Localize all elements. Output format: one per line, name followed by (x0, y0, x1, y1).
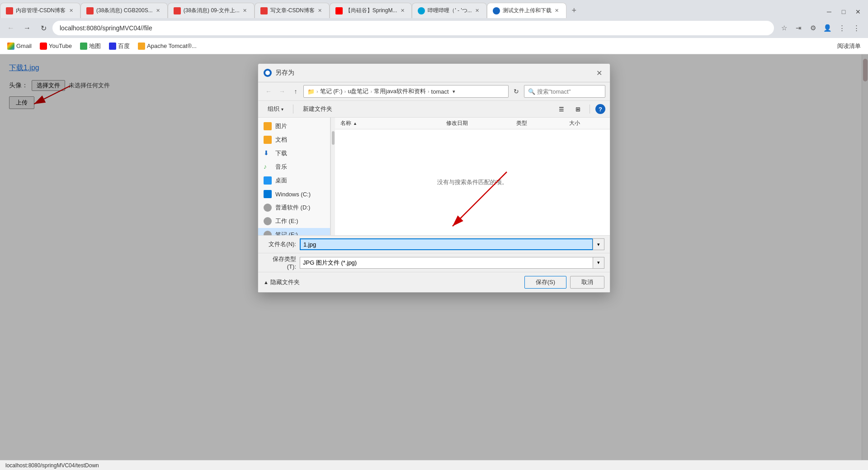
cancel-button[interactable]: 取消 (570, 276, 604, 289)
breadcrumb-2[interactable]: u盘笔记 (348, 87, 368, 95)
tab-close-7[interactable]: ✕ (553, 7, 561, 14)
tab-close-6[interactable]: ✕ (474, 7, 481, 14)
dialog-up-button[interactable]: ↑ (290, 85, 302, 97)
tab-favicon-6 (418, 7, 425, 14)
help-button[interactable]: ? (595, 104, 605, 114)
sidebar-item-drive-f[interactable]: 笔记 (F:) (258, 228, 330, 235)
dialog-close-button[interactable]: ✕ (594, 67, 604, 78)
tab-close-3[interactable]: ✕ (241, 7, 249, 14)
tab-favicon-7 (493, 7, 500, 14)
dialog-search[interactable]: 🔍 (524, 85, 605, 98)
tab-favicon-4 (260, 7, 268, 14)
dialog-main-area: 名称 ▲ 修改日期 类型 大小 (335, 118, 610, 235)
dialog-back-button[interactable]: ← (263, 85, 274, 97)
dialog-toolbar: 组织 ▾ 新建文件夹 ☰ ⊞ ? (258, 101, 610, 118)
minimize-button[interactable]: ─ (823, 5, 835, 18)
sidebar-item-downloads[interactable]: ⬇ 下载 (258, 147, 330, 160)
breadcrumb-3[interactable]: 常用java软件和资料 (374, 87, 426, 95)
bookmark-star-icon[interactable]: ☆ (778, 22, 790, 34)
sidebar-item-documents[interactable]: 文档 (258, 133, 330, 147)
search-input[interactable] (537, 88, 600, 95)
sidebar-item-drive-e[interactable]: 工作 (E:) (258, 214, 330, 228)
sidebar-music-label: 音乐 (275, 163, 287, 171)
windows-icon (264, 190, 272, 198)
status-bar: localhost:8080/springMVC04/testDown (0, 460, 868, 470)
bookmark-baidu-label: 百度 (118, 42, 130, 50)
bookmark-maps[interactable]: 地图 (76, 40, 104, 52)
bookmark-youtube[interactable]: YouTube (36, 41, 75, 52)
tab-favicon-2 (86, 7, 94, 14)
images-folder-icon (264, 122, 272, 130)
col-header-date[interactable]: 修改日期 (446, 119, 517, 127)
col-header-type[interactable]: 类型 (516, 119, 569, 127)
sidebar-item-images[interactable]: 图片 (258, 119, 330, 133)
breadcrumb-1[interactable]: 笔记 (F:) (320, 87, 343, 95)
send-tab-icon[interactable]: ⇥ (792, 22, 805, 34)
sidebar-scrollbar[interactable] (330, 118, 335, 235)
address-input[interactable]: localhost:8080/springMVC04//file (52, 21, 774, 35)
gmail-icon (7, 43, 14, 50)
new-tab-button[interactable]: + (566, 3, 582, 18)
maximize-button[interactable]: ✕ (852, 5, 864, 18)
tab-close-5[interactable]: ✕ (399, 7, 406, 14)
hide-folders-button[interactable]: ▲ 隐藏文件夹 (264, 278, 300, 286)
sidebar-item-drive-d[interactable]: 普通软件 (D:) (258, 201, 330, 214)
breadcrumb-dropdown[interactable]: ▾ (453, 89, 455, 95)
settings-icon[interactable]: ⚙ (807, 22, 819, 34)
view-options-button[interactable]: ⊞ (571, 103, 584, 115)
baidu-icon (109, 43, 116, 50)
bookmark-baidu[interactable]: 百度 (105, 40, 133, 52)
save-button[interactable]: 保存(S) (524, 276, 566, 289)
tab-3[interactable]: (38条消息) 09-文件上... ✕ (168, 3, 255, 18)
sidebar-item-desktop[interactable]: 桌面 (258, 174, 330, 187)
view-toggle-button[interactable]: ☰ (555, 103, 568, 115)
back-button[interactable]: ← (4, 21, 18, 35)
tab-6[interactable]: 哔哩哔哩（' - 'つ... ✕ (412, 3, 486, 18)
col-header-size[interactable]: 大小 (569, 119, 604, 127)
drive-e-icon (264, 217, 272, 225)
youtube-icon (40, 43, 47, 50)
page-content: 下载1.jpg 头像： 选择文件 未选择任何文件 上传 (0, 54, 868, 460)
tab-4[interactable]: 写文章-CSDN博客 ✕ (255, 3, 330, 18)
bookmark-tomcat[interactable]: Apache Tomcat®... (134, 41, 200, 52)
tab-label-1: 内容管理-CSDN博客 (16, 7, 66, 14)
filename-dropdown-button[interactable]: ▾ (593, 238, 604, 250)
sidebar-desktop-label: 桌面 (275, 176, 287, 185)
tab-7[interactable]: 测试文件上传和下载 ✕ (487, 3, 566, 18)
address-icons: ☆ ⇥ ⚙ 👤 ⋮ ⋮ (776, 22, 864, 34)
dialog-nav: ← → ↑ 📁 › 笔记 (F:) › u盘笔记 › 常用java软件和资料 ›… (258, 82, 610, 101)
reader-mode-button[interactable]: 阅读清单 (834, 40, 864, 52)
menu-icon[interactable]: ⋮ (850, 22, 863, 34)
extensions-icon[interactable]: ⋮ (835, 22, 848, 34)
organize-button[interactable]: 组织 ▾ (263, 103, 288, 115)
tab-close-2[interactable]: ✕ (155, 7, 162, 14)
savetype-dropdown-button[interactable]: ▾ (593, 257, 604, 269)
sidebar-item-music[interactable]: ♪ 音乐 (258, 160, 330, 174)
dialog-forward-button[interactable]: → (276, 85, 288, 97)
refresh-button[interactable]: ↻ (36, 21, 51, 35)
sidebar-documents-label: 文档 (275, 136, 287, 144)
filename-input[interactable] (300, 238, 593, 250)
dialog-refresh-button[interactable]: ↻ (510, 85, 522, 97)
tab-label-2: (38条消息) CGB200S... (96, 7, 153, 14)
filename-label: 文件名(N): (264, 240, 300, 248)
savetype-select[interactable]: JPG 图片文件 (*.jpg) (300, 257, 593, 269)
tab-2[interactable]: (38条消息) CGB200S... ✕ (80, 3, 168, 18)
file-list-header: 名称 ▲ 修改日期 类型 大小 (335, 118, 610, 129)
restore-button[interactable]: □ (837, 5, 850, 18)
tab-1[interactable]: 内容管理-CSDN博客 ✕ (0, 3, 80, 18)
tomcat-icon (138, 43, 145, 50)
tab-close-4[interactable]: ✕ (316, 7, 324, 14)
tab-close-1[interactable]: ✕ (67, 7, 75, 14)
tab-5[interactable]: 【尚硅谷】SpringM... ✕ (330, 3, 412, 18)
breadcrumb-4[interactable]: tomact (431, 88, 449, 95)
profile-icon[interactable]: 👤 (821, 22, 834, 34)
music-icon: ♪ (264, 163, 272, 171)
new-folder-button[interactable]: 新建文件夹 (298, 103, 337, 115)
sidebar-item-windows[interactable]: Windows (C:) (258, 187, 330, 201)
address-bar: ← → ↻ localhost:8080/springMVC04//file ☆… (0, 18, 868, 38)
bookmark-gmail[interactable]: Gmail (4, 41, 35, 52)
maps-icon (80, 43, 87, 50)
col-header-name[interactable]: 名称 ▲ (340, 119, 446, 127)
forward-button[interactable]: → (20, 21, 34, 35)
